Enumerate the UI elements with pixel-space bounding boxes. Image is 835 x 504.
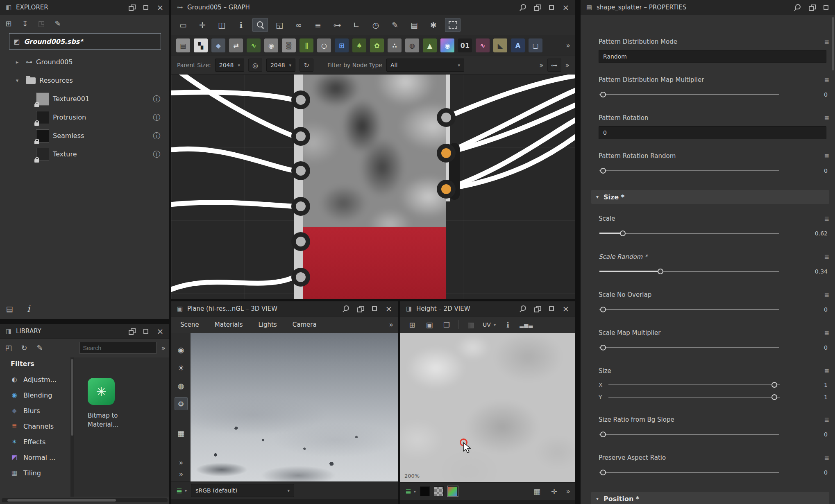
param-slider[interactable]: [608, 378, 780, 392]
param-menu-icon[interactable]: ≣: [824, 253, 829, 260]
wave-node-icon[interactable]: ∿: [476, 38, 490, 52]
edit-icon[interactable]: ✎: [34, 343, 45, 353]
param-menu-icon[interactable]: ≣: [824, 291, 829, 298]
layers-icon[interactable]: ≣: [405, 487, 411, 496]
tree-item-seamless[interactable]: Seamlessⓘ: [0, 127, 169, 145]
view2d-header[interactable]: ◨ Height – 2D VIEW ×: [400, 301, 575, 316]
wire[interactable]: [446, 89, 575, 153]
restore-icon[interactable]: [533, 3, 541, 11]
param-input[interactable]: [599, 126, 826, 139]
zoom-icon[interactable]: [252, 18, 268, 32]
slope-node-icon[interactable]: ◣: [493, 38, 507, 52]
restore-icon[interactable]: [808, 3, 816, 11]
view3d-viewport[interactable]: [191, 333, 398, 481]
library-filter-tiling[interactable]: ▦Tiling: [0, 465, 70, 481]
uv-dropdown[interactable]: UV ▾: [483, 321, 496, 328]
more-icon[interactable]: »: [566, 41, 570, 50]
param-slider[interactable]: [599, 264, 779, 278]
param-menu-icon[interactable]: ≣: [824, 76, 829, 84]
more-icon[interactable]: »: [539, 61, 543, 69]
clean-icon[interactable]: ✱: [426, 18, 441, 32]
library-header[interactable]: ◨ LIBRARY ×: [0, 324, 169, 339]
size-dropdown[interactable]: 2048 ▾: [266, 59, 295, 72]
slider-knob[interactable]: [771, 382, 777, 388]
marquee-select-icon[interactable]: ▭: [175, 18, 191, 32]
info-icon[interactable]: ℹ: [502, 319, 513, 330]
close-icon[interactable]: ×: [562, 3, 570, 11]
node-type-filter-dropdown[interactable]: All ▾: [386, 59, 464, 72]
library-filter-blending[interactable]: ◉Blending: [0, 387, 70, 403]
more-icon[interactable]: »: [389, 321, 393, 329]
camera-icon[interactable]: ◉: [175, 343, 188, 356]
histogram-icon[interactable]: ▂▅▃: [520, 322, 533, 328]
droplet-node-icon[interactable]: ◉: [264, 38, 278, 52]
environment-icon[interactable]: ▦: [175, 427, 188, 440]
new-image-icon[interactable]: ⊞: [407, 319, 418, 330]
new-package-icon[interactable]: ⊞: [3, 18, 14, 29]
search-input[interactable]: [79, 342, 157, 354]
close-icon[interactable]: ×: [385, 305, 393, 313]
grid-icon[interactable]: ▦: [532, 486, 542, 497]
leaf-node-icon[interactable]: ✿: [370, 38, 384, 52]
scratches-node-icon[interactable]: ∥: [300, 38, 313, 52]
pin-icon[interactable]: [793, 3, 801, 11]
param-menu-icon[interactable]: ≣: [824, 454, 829, 461]
colorspace-dropdown[interactable]: sRGB (default) ▾: [191, 484, 294, 497]
display-icon[interactable]: ◫: [214, 18, 229, 32]
grid-node-icon[interactable]: ⊞: [335, 38, 349, 52]
properties-header[interactable]: ▤ shape_splatter – PROPERTIES: [581, 0, 835, 15]
reset-size-button[interactable]: ↻: [300, 59, 313, 72]
graph-header[interactable]: ⊶ Ground005 – GRAPH ×: [171, 0, 575, 15]
param-slider[interactable]: [599, 88, 779, 102]
parent-size-dropdown[interactable]: 2048 ▾: [215, 59, 244, 72]
menu-lights[interactable]: Lights: [259, 321, 277, 328]
mountain-node-icon[interactable]: ▲: [423, 38, 437, 52]
input-port[interactable]: [291, 127, 310, 146]
library-filter-channels[interactable]: ≣Channels: [0, 418, 70, 434]
maximize-icon[interactable]: [822, 3, 830, 11]
more-icon[interactable]: »: [565, 61, 569, 69]
library-filter-effects[interactable]: ✶Effects: [0, 434, 70, 450]
wire[interactable]: [446, 75, 575, 118]
slider-knob[interactable]: [620, 231, 626, 236]
view2d-viewport[interactable]: 200%: [400, 333, 575, 482]
close-icon[interactable]: ×: [562, 305, 570, 313]
explorer-header[interactable]: ◧ EXPLORER ×: [0, 0, 169, 15]
dock-icon[interactable]: ◰: [3, 343, 14, 353]
import-resource-icon[interactable]: ↧: [20, 18, 30, 29]
param-menu-icon[interactable]: ≣: [824, 367, 829, 375]
tree-item-resources[interactable]: ▾Resources: [0, 71, 169, 90]
transform-icon[interactable]: ✛: [195, 18, 210, 32]
transform-anchor-icon[interactable]: ✛: [549, 486, 560, 497]
library-filter-adjustm[interactable]: ◐Adjustm...: [0, 372, 70, 387]
param-slider[interactable]: [599, 341, 779, 355]
section-header-size[interactable]: ▾Size *: [591, 190, 829, 204]
chevron-right-icon[interactable]: ▸: [12, 59, 22, 65]
chevron-down-icon[interactable]: ▾: [12, 77, 22, 84]
view3d-header[interactable]: ▣ Plane (hi-res…nGL – 3D VIEW ×: [171, 301, 398, 316]
wire[interactable]: [171, 149, 294, 171]
info-edit-icon[interactable]: ℹ: [233, 18, 249, 32]
tree-item-texture[interactable]: Textureⓘ: [0, 145, 169, 163]
wire[interactable]: [446, 119, 575, 189]
menu-materials[interactable]: Materials: [215, 321, 243, 328]
save-image-icon[interactable]: ▣: [424, 319, 435, 330]
library-horizontal-scrollbar[interactable]: [2, 498, 168, 502]
param-slider[interactable]: [599, 427, 779, 441]
slider-knob[interactable]: [600, 168, 606, 174]
properties-scrollbar[interactable]: [832, 17, 834, 70]
noise-node-icon[interactable]: ▒: [282, 38, 296, 52]
slider-knob[interactable]: [600, 92, 606, 97]
layers-icon[interactable]: ≣: [176, 486, 182, 495]
close-icon[interactable]: ×: [156, 327, 164, 335]
output-port[interactable]: [437, 108, 456, 127]
pen-icon[interactable]: ✎: [387, 18, 403, 32]
section-header-position[interactable]: ▾Position *: [591, 492, 829, 504]
param-slider[interactable]: [608, 390, 780, 404]
graph-canvas[interactable]: [171, 75, 575, 299]
link-resource-icon[interactable]: ✎: [52, 18, 63, 29]
input-port[interactable]: [291, 232, 310, 251]
wire[interactable]: [171, 92, 294, 100]
uniform-color-node-icon[interactable]: ▤: [176, 38, 190, 52]
param-dropdown[interactable]: Random: [599, 50, 826, 63]
